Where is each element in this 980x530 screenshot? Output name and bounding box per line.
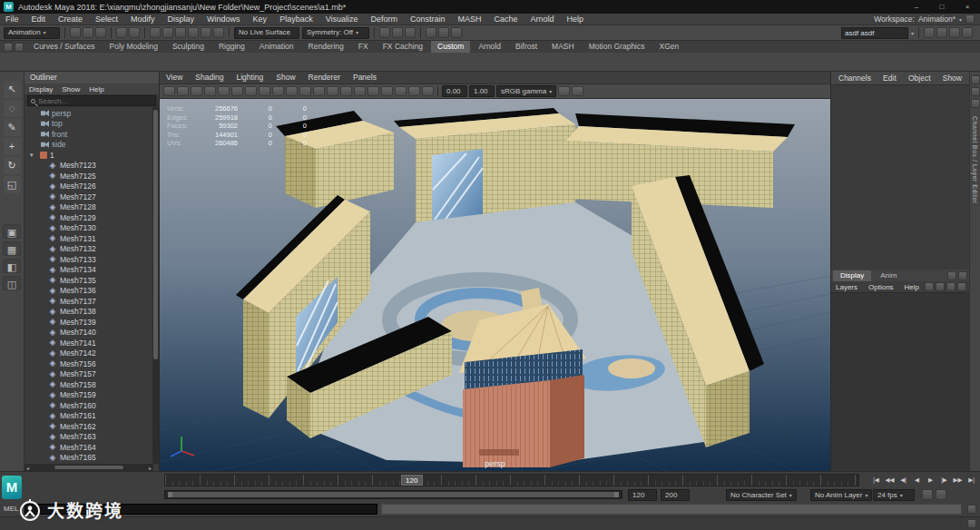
menu-mash[interactable]: MASH — [453, 14, 487, 25]
help-line-icon[interactable] — [967, 519, 976, 528]
workspace-selector[interactable]: Workspace: Animation* ▾ — [874, 15, 980, 24]
scroll-left-icon[interactable]: ◂ — [26, 465, 29, 471]
scroll-right-icon[interactable]: ▸ — [149, 465, 152, 471]
outliner-item-mesh7141[interactable]: ◈Mesh7141 — [24, 338, 159, 348]
outliner-item-mesh7163[interactable]: ◈Mesh7163 — [24, 432, 159, 443]
file-new-icon[interactable] — [70, 27, 81, 38]
outliner-item-mesh7140[interactable]: ◈Mesh7140 — [24, 328, 159, 339]
move-tool[interactable]: + — [4, 138, 21, 155]
viewport-3d-view[interactable]: Verts:25667600Edges:25991800Faces:593020… — [160, 99, 830, 471]
grease-pencil-icon[interactable] — [245, 86, 257, 96]
range-end-handle[interactable] — [614, 492, 619, 497]
minimize-button[interactable]: – — [904, 3, 929, 11]
layout-persp-outliner[interactable]: ◧ — [3, 259, 21, 273]
outliner-item-mesh7130[interactable]: ◈Mesh7130 — [24, 223, 159, 234]
outliner-item-mesh7139[interactable]: ◈Mesh7139 — [24, 317, 159, 328]
layer-tab-anim[interactable]: Anim — [873, 270, 904, 281]
outliner-item-mesh7126[interactable]: ◈Mesh7126 — [24, 182, 159, 192]
shelf-tab-arnold[interactable]: Arnold — [472, 41, 507, 53]
animation-end-field[interactable]: 200 — [661, 489, 690, 501]
outliner-item-mesh7161[interactable]: ◈Mesh7161 — [24, 411, 159, 422]
grid-display-icon[interactable] — [259, 86, 270, 96]
step-forward-frame-button[interactable]: ▶▶ — [951, 474, 965, 486]
snap-to-point-icon[interactable] — [175, 27, 186, 38]
undo-icon[interactable] — [116, 27, 127, 38]
scrollbar-thumb[interactable] — [54, 466, 123, 469]
outliner-item-mesh7132[interactable]: ◈Mesh7132 — [24, 244, 159, 255]
menu-channels[interactable]: Channels — [838, 73, 871, 84]
layout-four-pane[interactable]: ▦ — [3, 241, 21, 256]
outliner-item-mesh7127[interactable]: ◈Mesh7127 — [24, 191, 159, 202]
snap-to-view-plane-icon[interactable] — [201, 27, 211, 38]
outliner-item-mesh7158[interactable]: ◈Mesh7158 — [24, 379, 159, 390]
film-gate-icon[interactable] — [272, 86, 284, 96]
outliner-item-front[interactable]: front — [24, 129, 159, 140]
layer-tab-display[interactable]: Display — [833, 270, 871, 281]
shelf-tab-sculpting[interactable]: Sculpting — [166, 41, 211, 53]
x-ray-display-icon[interactable] — [572, 86, 583, 96]
shelf-tab-animation[interactable]: Animation — [253, 41, 300, 53]
search-box[interactable] — [27, 95, 156, 106]
textured-display-icon[interactable] — [381, 86, 393, 96]
outliner-item-mesh7165[interactable]: ◈Mesh7165 — [24, 453, 159, 464]
go-to-start-button[interactable]: |◀ — [869, 474, 883, 486]
render-current-frame-icon[interactable] — [426, 27, 436, 38]
close-button[interactable]: × — [955, 3, 980, 11]
snap-to-curve-icon[interactable] — [162, 27, 173, 38]
shelf-gear-icon[interactable] — [15, 43, 24, 52]
exposure-field[interactable]: 0.00 — [442, 85, 467, 97]
menu-playback[interactable]: Playback — [274, 14, 318, 25]
outliner-item-mesh7133[interactable]: ◈Mesh7133 — [24, 254, 159, 265]
channel-box-area[interactable] — [831, 84, 969, 270]
shelf-tab-fx-caching[interactable]: FX Caching — [377, 41, 429, 53]
menu-edit[interactable]: Edit — [26, 14, 52, 25]
menu-file[interactable]: File — [0, 14, 24, 25]
scrollbar-thumb[interactable] — [153, 110, 158, 359]
outliner-item-mesh7138[interactable]: ◈Mesh7138 — [24, 307, 159, 318]
menu-cache[interactable]: Cache — [489, 14, 524, 25]
lasso-tool[interactable]: ◌ — [4, 100, 21, 117]
menu-show[interactable]: Show — [943, 73, 962, 84]
anim-layer-selector[interactable]: No Anim Layer ▾ — [810, 489, 872, 501]
snap-to-projected-center-icon[interactable] — [188, 27, 199, 38]
outliner-item-mesh7135[interactable]: ◈Mesh7135 — [24, 275, 159, 286]
menu-visualize[interactable]: Visualize — [320, 14, 364, 25]
outliner-item-top[interactable]: top — [24, 119, 159, 130]
tool-settings-icon[interactable] — [949, 27, 960, 38]
character-set-selector[interactable]: No Character Set ▾ — [726, 489, 797, 501]
layout-single-pane[interactable]: ▣ — [3, 224, 21, 239]
layer-list-area[interactable] — [831, 292, 969, 471]
file-save-icon[interactable] — [95, 27, 106, 38]
auto-keyframe-icon[interactable] — [922, 489, 933, 500]
menu-options[interactable]: Options — [864, 281, 898, 293]
menu-help[interactable]: Help — [900, 281, 924, 293]
layer-move-down-icon[interactable] — [936, 282, 945, 291]
range-slider-bar[interactable] — [168, 492, 619, 497]
isolate-select-icon[interactable] — [558, 86, 570, 96]
menu-view[interactable]: View — [160, 72, 189, 83]
menu-display[interactable]: Display — [162, 14, 201, 25]
wireframe-display-icon[interactable] — [354, 86, 366, 96]
menu-show[interactable]: Show — [57, 83, 84, 95]
select-tool[interactable]: ↖ — [4, 81, 21, 98]
shelf-content-row[interactable] — [0, 53, 980, 72]
step-back-key-button[interactable]: ◀| — [897, 474, 910, 486]
menu-constrain[interactable]: Constrain — [405, 14, 451, 25]
safe-action-icon[interactable] — [327, 86, 338, 96]
channel-box-tab-icon[interactable] — [971, 99, 980, 108]
menu-help[interactable]: Help — [562, 14, 590, 25]
shelf-tab-mash[interactable]: MASH — [545, 41, 581, 53]
shelf-tab-rendering[interactable]: Rendering — [302, 41, 350, 53]
menu-object[interactable]: Object — [908, 73, 931, 84]
fps-selector[interactable]: 24 fps ▾ — [873, 489, 915, 501]
maximize-button[interactable]: □ — [929, 3, 955, 11]
shelf-tab-xgen[interactable]: XGen — [653, 41, 686, 53]
outliner-item-1[interactable]: ▾1 — [24, 150, 159, 161]
gamma-field[interactable]: 1.00 — [469, 85, 495, 97]
smooth-shade-icon[interactable] — [368, 86, 379, 96]
workspace-bookmark-icon[interactable] — [965, 15, 975, 24]
outliner-item-mesh7157[interactable]: ◈Mesh7157 — [24, 369, 159, 380]
script-editor-icon[interactable] — [967, 505, 976, 514]
camera-attributes-icon[interactable] — [191, 86, 202, 96]
layer-move-up-icon[interactable] — [925, 282, 934, 291]
